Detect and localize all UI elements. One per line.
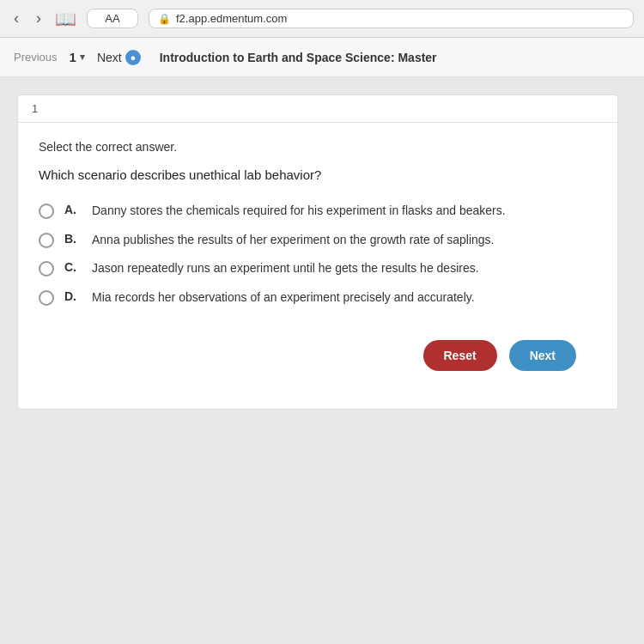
question-body: Select the correct answer. Which scenari… [18,123,617,409]
url-bar: 🔒 f2.app.edmentum.com [149,9,634,28]
option-text-3: Jason repeatedly runs an experiment unti… [92,260,479,277]
option-text-1: Danny stores the chemicals required for … [92,203,506,220]
question-number-display: 1 [32,102,38,115]
bookmarks-icon: 📖 [55,9,76,29]
next-toolbar-button[interactable]: Next ● [97,50,141,65]
chevron-down-icon: ▾ [80,52,85,63]
option-letter-4: D. [64,289,82,303]
reset-button[interactable]: Reset [423,340,497,371]
question-card: 1 Select the correct answer. Which scena… [17,94,618,410]
answer-option-2[interactable]: B. Anna publishes the results of her exp… [39,232,597,249]
app-toolbar: Previous 1 ▾ Next ● Introduction to Eart… [0,38,644,77]
main-content: 1 Select the correct answer. Which scena… [0,77,644,644]
radio-2[interactable] [39,233,54,248]
aa-label: AA [87,9,138,28]
back-button[interactable]: ‹ [10,9,22,27]
url-text: f2.app.edmentum.com [176,12,287,25]
answer-options: A. Danny stores the chemicals required f… [39,203,597,306]
option-letter-3: C. [64,260,82,274]
question-number: 1 [70,50,76,64]
option-text-4: Mia records her observations of an exper… [92,289,475,307]
next-toolbar-label: Next [97,51,122,64]
browser-bar: ‹ › 📖 AA 🔒 f2.app.edmentum.com [0,0,644,38]
radio-4[interactable] [39,290,54,306]
next-circle-icon: ● [125,50,141,65]
instruction-text: Select the correct answer. [39,140,597,154]
forward-button[interactable]: › [33,9,45,27]
previous-button[interactable]: Previous [14,51,58,64]
option-letter-2: B. [64,232,82,246]
previous-label: Previous [14,51,58,64]
answer-option-3[interactable]: C. Jason repeatedly runs an experiment u… [39,260,597,277]
radio-1[interactable] [39,204,54,219]
page-title: Introduction to Earth and Space Science:… [160,51,437,64]
radio-3[interactable] [39,261,54,276]
lock-icon: 🔒 [158,13,171,25]
answer-option-1[interactable]: A. Danny stores the chemicals required f… [39,203,597,220]
next-button[interactable]: Next [509,340,576,371]
option-text-2: Anna publishes the results of her experi… [92,232,495,249]
question-selector[interactable]: 1 ▾ [70,50,85,64]
buttons-row: Reset Next [39,331,597,392]
question-text: Which scenario describes unethical lab b… [39,167,597,182]
option-letter-1: A. [64,203,82,216]
question-number-bar: 1 [18,95,617,123]
answer-option-4[interactable]: D. Mia records her observations of an ex… [39,289,597,307]
